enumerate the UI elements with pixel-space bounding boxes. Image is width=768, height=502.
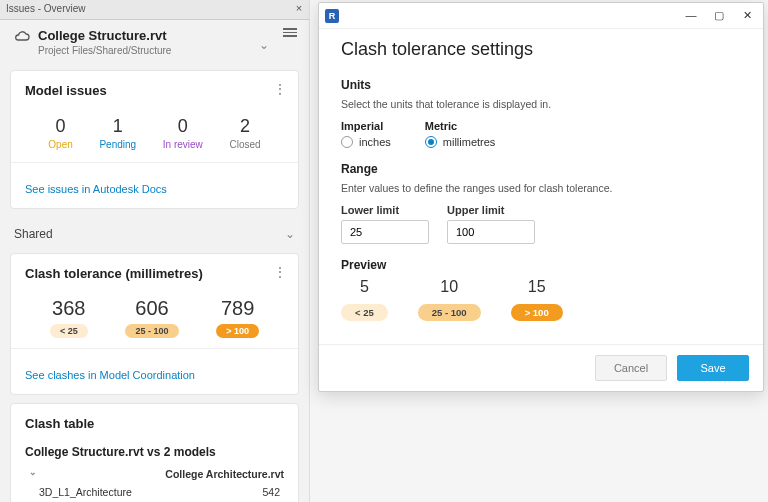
status-closed[interactable]: 2 Closed: [229, 116, 260, 150]
panel-titlebar: Issues - Overview ×: [0, 0, 309, 20]
clash-tolerance-title: Clash tolerance (millimetres): [25, 266, 284, 281]
units-desc: Select the units that tolerance is displ…: [341, 98, 741, 110]
radio-checked-icon: [425, 136, 437, 148]
close-button[interactable]: ✕: [733, 5, 761, 25]
model-issues-title: Model issues: [25, 83, 284, 98]
status-pending[interactable]: 1 Pending: [99, 116, 136, 150]
tolerance-row: 368 < 25 606 25 - 100 789 > 100: [31, 297, 278, 338]
model-issues-card: Model issues ⋮ 0 Open 1 Pending 0 In rev…: [10, 70, 299, 209]
tree-group[interactable]: College Architecture.rvt: [25, 465, 284, 483]
upper-limit-label: Upper limit: [447, 204, 535, 216]
range-desc: Enter values to define the ranges used f…: [341, 182, 741, 194]
upper-limit-input[interactable]: [447, 220, 535, 244]
dialog-body: Clash tolerance settings Units Select th…: [319, 29, 763, 344]
status-open[interactable]: 0 Open: [48, 116, 72, 150]
file-path: Project Files/Shared/Structure: [38, 45, 171, 56]
tolerance-high[interactable]: 789 > 100: [216, 297, 259, 338]
issues-panel: Issues - Overview × College Structure.rv…: [0, 0, 310, 502]
see-clashes-link[interactable]: See clashes in Model Coordination: [25, 369, 195, 381]
preview-high: 15 > 100: [511, 278, 563, 321]
preview-heading: Preview: [341, 258, 741, 272]
range-heading: Range: [341, 162, 741, 176]
shared-section[interactable]: Shared ⌄: [0, 217, 309, 245]
status-row: 0 Open 1 Pending 0 In review 2 Closed: [35, 116, 274, 150]
clash-table-sub: College Structure.rvt vs 2 models: [25, 445, 284, 459]
preview-row: 5 < 25 10 25 - 100 15 > 100: [341, 278, 741, 321]
shared-label: Shared: [14, 227, 53, 241]
panel-title: Issues - Overview: [6, 3, 85, 14]
menu-icon[interactable]: [283, 28, 297, 37]
save-button[interactable]: Save: [677, 355, 749, 381]
app-icon: R: [325, 9, 339, 23]
dialog-titlebar[interactable]: R — ▢ ✕: [319, 3, 763, 29]
minimize-button[interactable]: —: [677, 5, 705, 25]
clash-tolerance-card: Clash tolerance (millimetres) ⋮ 368 < 25…: [10, 253, 299, 395]
see-issues-link[interactable]: See issues in Autodesk Docs: [25, 183, 167, 195]
clash-table-title: Clash table: [25, 416, 284, 431]
file-header[interactable]: College Structure.rvt Project Files/Shar…: [0, 20, 309, 62]
preview-mid: 10 25 - 100: [418, 278, 481, 321]
tree-item[interactable]: 3D_L1_Architecture 542: [25, 483, 284, 501]
panel-close-button[interactable]: ×: [292, 1, 306, 15]
metric-label: Metric: [425, 120, 496, 132]
imperial-radio[interactable]: inches: [341, 136, 391, 148]
chevron-down-icon[interactable]: ⌄: [259, 38, 269, 52]
more-icon[interactable]: ⋮: [273, 81, 288, 97]
dialog-footer: Cancel Save: [319, 344, 763, 391]
preview-low: 5 < 25: [341, 278, 388, 321]
tolerance-low[interactable]: 368 < 25: [50, 297, 88, 338]
file-name: College Structure.rvt: [38, 28, 171, 43]
radio-icon: [341, 136, 353, 148]
maximize-button[interactable]: ▢: [705, 5, 733, 25]
lower-limit-input[interactable]: [341, 220, 429, 244]
units-heading: Units: [341, 78, 741, 92]
metric-radio[interactable]: millimetres: [425, 136, 496, 148]
dialog-title: Clash tolerance settings: [341, 39, 741, 60]
imperial-label: Imperial: [341, 120, 391, 132]
status-in-review[interactable]: 0 In review: [163, 116, 203, 150]
tolerance-mid[interactable]: 606 25 - 100: [125, 297, 178, 338]
clash-settings-dialog: R — ▢ ✕ Clash tolerance settings Units S…: [318, 2, 764, 392]
clash-table-card: Clash table College Structure.rvt vs 2 m…: [10, 403, 299, 502]
more-icon[interactable]: ⋮: [273, 264, 288, 280]
cloud-icon: [14, 30, 30, 46]
lower-limit-label: Lower limit: [341, 204, 429, 216]
chevron-down-icon: ⌄: [285, 227, 295, 241]
cancel-button[interactable]: Cancel: [595, 355, 667, 381]
